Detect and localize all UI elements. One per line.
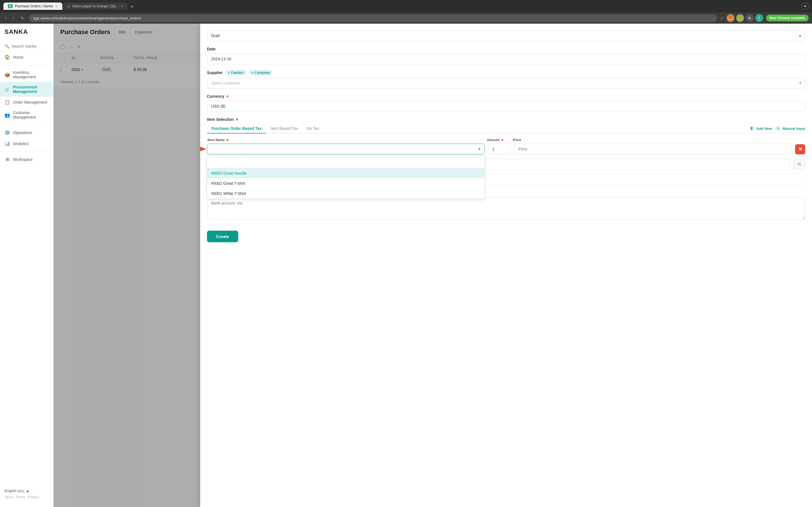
workspace-icon: ⊞	[4, 157, 10, 162]
status-select-wrapper: Draft ▾	[207, 31, 805, 41]
terms-link[interactable]: Terms	[16, 495, 25, 499]
sidebar-item-customer[interactable]: 👥 Customer Management	[0, 108, 53, 122]
search-bar: 🔍	[0, 41, 53, 52]
panel-content: Draft ▾ Date Supplier +	[200, 24, 812, 249]
inventory-icon: 📦	[4, 72, 10, 77]
chrome-available-banner[interactable]: New Chrome available	[766, 15, 809, 21]
sidebar-item-workspace[interactable]: ⊞ Workspace	[0, 154, 53, 165]
sidebar-item-analytics[interactable]: 📊 Analytics	[0, 138, 53, 149]
back-button[interactable]: ‹	[3, 14, 8, 22]
percent-badge: %	[794, 159, 805, 170]
contact-tag[interactable]: + Contact	[225, 70, 246, 75]
dropdown-search-input[interactable]	[211, 158, 481, 166]
procurement-icon: 🛒	[4, 87, 10, 92]
sidebar-item-order[interactable]: 📋 Order Management	[0, 97, 53, 108]
dropdown-item-0003[interactable]: #0003 Great Hoodie	[207, 168, 485, 178]
tab-item-based-tax[interactable]: Item Based Tax	[266, 124, 302, 133]
side-panel: Draft ▾ Date Supplier +	[200, 24, 812, 507]
company-tag[interactable]: + Company	[249, 70, 273, 75]
item-dropdown-menu: #0003 Great Hoodie #0002 Great T-shirt #…	[207, 155, 485, 199]
sidebar-divider-1	[0, 65, 53, 65]
forward-button[interactable]: ›	[11, 14, 16, 22]
tab-bar: S Purchase Orders | Sanka ✕ ⊙ Select pag…	[3, 3, 799, 10]
extension-icons: 🦊 🐸 ⧉ I	[726, 14, 763, 22]
item-name-dropdown-container: ▾ #0003 Great Hoodie	[207, 144, 485, 154]
sidebar: SANKA 🔍 🏠 Home 📦 Inventory Management 🛒 …	[0, 24, 54, 507]
sidebar-item-home[interactable]: 🏠 Home	[0, 52, 53, 62]
address-bar-row: ‹ › ↻ ☆ 🦊 🐸 ⧉ I New Chrome available	[0, 12, 812, 24]
date-field: Date	[207, 47, 805, 64]
search-icon: 🔍	[4, 44, 9, 48]
amount-col-header: Amount ★	[487, 138, 509, 142]
remove-item-button[interactable]: ✕	[795, 144, 805, 154]
sidebar-bottom: English (en) ▲ About Terms Privacy	[0, 485, 53, 503]
home-icon: 🏠	[4, 54, 10, 60]
dropdown-item-0002[interactable]: #0002 Great T-shirt	[207, 178, 485, 188]
reload-button[interactable]: ↻	[19, 14, 26, 22]
address-bar[interactable]	[29, 14, 717, 22]
item-name-select[interactable]: ▾	[207, 144, 485, 154]
item-amount-field	[488, 144, 511, 154]
operations-icon: ⚙️	[4, 130, 10, 135]
sidebar-item-operations[interactable]: ⚙️ Operations	[0, 127, 53, 138]
sidebar-item-procurement[interactable]: 🛒 Procurement Management	[0, 82, 53, 97]
supplier-select[interactable]: Select Customer ▾	[207, 78, 805, 89]
item-name-col-header: Item Name ★	[207, 138, 484, 142]
currency-input[interactable]	[207, 101, 805, 112]
main-content: Purchase Orders Bills Expenses ⋯ + ID ST…	[54, 24, 812, 507]
item-selection-section: Item Selection ★ Purchase Order Based Ta…	[207, 117, 805, 185]
sidebar-nav: 🏠 Home 📦 Inventory Management 🛒 Procurem…	[0, 52, 53, 485]
tab-po-based-tax[interactable]: Purchase Order Based Tax	[207, 124, 266, 133]
tab-2[interactable]: ⊙ Select page2 to change | Dja... ✕	[63, 3, 128, 10]
create-button[interactable]: Create	[207, 231, 238, 242]
currency-field: Currency ★	[207, 94, 805, 112]
tab-collapse-button[interactable]: ▾	[802, 3, 809, 9]
tab-2-close[interactable]: ✕	[121, 4, 123, 8]
browser-chrome: S Purchase Orders | Sanka ✕ ⊙ Select pag…	[0, 0, 812, 12]
sidebar-item-inventory[interactable]: 📦 Inventory Management	[0, 67, 53, 82]
manual-input-button[interactable]: + Manual Input	[775, 126, 805, 131]
currency-label: Currency ★	[207, 94, 805, 99]
sidebar-divider-2	[0, 124, 53, 125]
tab-no-tax[interactable]: No Tax	[302, 124, 323, 133]
price-col-header: Price	[513, 138, 789, 142]
add-item-button[interactable]: ⬆ Add Item	[749, 126, 772, 131]
item-selection-tabs: Purchase Order Based Tax Item Based Tax …	[207, 124, 805, 133]
sidebar-divider-3	[0, 151, 53, 152]
order-icon: 📋	[4, 100, 10, 105]
dropdown-item-0001[interactable]: #0001 White T-Shirt	[207, 188, 485, 199]
ext-icon-2[interactable]: 🐸	[736, 14, 744, 22]
item-price-field	[514, 144, 792, 154]
language-selector[interactable]: English (en) ▲	[4, 489, 49, 493]
footer-links: About Terms Privacy	[4, 495, 49, 499]
status-field: Draft ▾	[207, 31, 805, 41]
amount-input[interactable]	[488, 144, 511, 154]
analytics-icon: 📊	[4, 141, 10, 146]
tab-1[interactable]: S Purchase Orders | Sanka ✕	[3, 3, 62, 10]
logo: SANKA	[0, 28, 53, 41]
date-label: Date	[207, 47, 805, 51]
item-columns-header: Item Name ★ Amount ★ Price	[207, 138, 805, 142]
item-selection-label: Item Selection ★	[207, 117, 805, 122]
item-row: ▾ #0003 Great Hoodie	[207, 144, 805, 154]
profile-icon[interactable]: I	[755, 14, 763, 22]
dropdown-search	[207, 155, 485, 168]
app-layout: SANKA 🔍 🏠 Home 📦 Inventory Management 🛒 …	[0, 24, 812, 507]
date-input[interactable]	[207, 54, 805, 64]
privacy-link[interactable]: Privacy	[28, 495, 39, 499]
ext-icon-1[interactable]: 🦊	[726, 14, 734, 22]
supplier-select-wrapper: Select Customer ▾	[207, 78, 805, 89]
add-item-icon: ⬆	[749, 126, 755, 131]
currency-required: ★	[226, 94, 229, 98]
new-tab-button[interactable]: +	[128, 4, 136, 10]
manual-input-icon: +	[775, 126, 781, 131]
ext-icon-3[interactable]: ⧉	[746, 14, 754, 22]
supplier-label: Supplier + Contact + Company	[207, 70, 805, 75]
notes-textarea[interactable]	[207, 197, 805, 220]
arrow-indicator	[200, 146, 207, 152]
status-select[interactable]: Draft ▾	[207, 31, 805, 41]
about-link[interactable]: About	[4, 495, 13, 499]
bookmark-button[interactable]: ☆	[720, 15, 724, 21]
tab-1-close[interactable]: ✕	[55, 4, 58, 8]
price-input[interactable]	[514, 144, 792, 154]
